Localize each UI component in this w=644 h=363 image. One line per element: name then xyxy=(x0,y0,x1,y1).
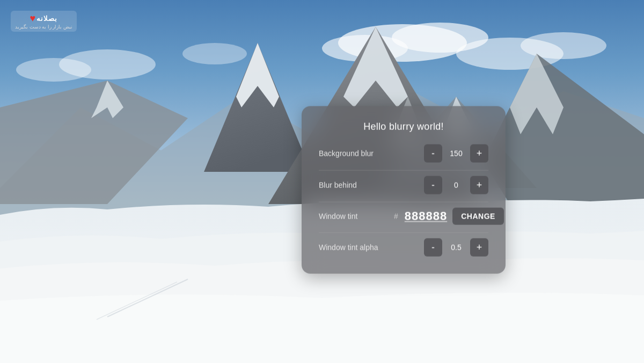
tint-hash-symbol: # xyxy=(394,212,398,221)
background-blur-minus-button[interactable]: - xyxy=(424,144,442,163)
background-blur-plus-button[interactable]: + xyxy=(470,144,488,163)
background-blur-controls: - 150 + xyxy=(424,144,488,163)
svg-point-8 xyxy=(182,43,247,64)
blur-behind-row: Blur behind - 0 + xyxy=(319,176,488,194)
logo-brand-text: بصلانه xyxy=(36,14,57,23)
window-tint-label: Window tint xyxy=(319,212,389,221)
window-tint-alpha-minus-button[interactable]: - xyxy=(424,238,442,257)
window-tint-alpha-row: Window tint alpha - 0.5 + xyxy=(319,238,488,257)
svg-point-7 xyxy=(16,58,91,82)
background-blur-row: Background blur - 150 + xyxy=(319,144,488,163)
window-tint-alpha-controls: - 0.5 + xyxy=(424,238,488,257)
separator-2 xyxy=(319,202,488,202)
logo: ♥ بصلانه نبض بازار را به دست بگیرید xyxy=(11,11,77,32)
logo-heart-icon: ♥ xyxy=(30,13,35,24)
panel-title: Hello blurry world! xyxy=(319,121,488,133)
svg-point-5 xyxy=(521,32,606,59)
window-tint-alpha-value: 0.5 xyxy=(445,243,467,252)
background-blur-label: Background blur xyxy=(319,149,419,158)
window-tint-alpha-plus-button[interactable]: + xyxy=(470,238,488,257)
logo-tagline: نبض بازار را به دست بگیرید xyxy=(15,24,72,30)
blur-behind-value: 0 xyxy=(445,181,467,190)
change-button[interactable]: CHANGE xyxy=(452,208,504,225)
background-blur-value: 150 xyxy=(445,149,467,158)
separator-3 xyxy=(319,233,488,233)
separator-1 xyxy=(319,170,488,171)
blur-behind-plus-button[interactable]: + xyxy=(470,176,488,194)
logo-icon: ♥ بصلانه xyxy=(30,13,57,24)
blurry-panel: Hello blurry world! Background blur - 15… xyxy=(302,106,506,274)
window-tint-alpha-label: Window tint alpha xyxy=(319,243,419,252)
blur-behind-label: Blur behind xyxy=(319,181,419,190)
window-tint-row: Window tint # 888888 CHANGE xyxy=(319,208,488,225)
blur-behind-minus-button[interactable]: - xyxy=(424,176,442,194)
window-tint-value[interactable]: 888888 xyxy=(405,209,447,223)
panel-wrapper: Hello blurry world! Background blur - 15… xyxy=(302,106,506,274)
blur-behind-controls: - 0 + xyxy=(424,176,488,194)
